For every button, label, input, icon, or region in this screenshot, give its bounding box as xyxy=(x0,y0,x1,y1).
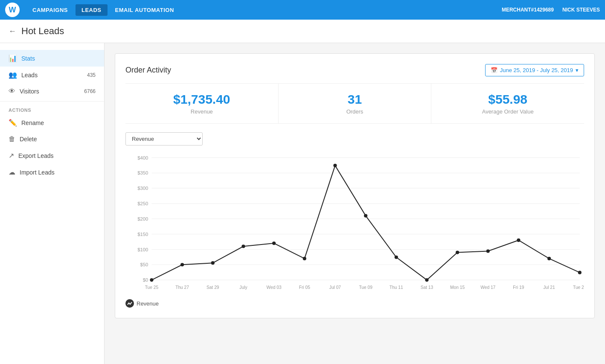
date-range-button[interactable]: 📅 June 25, 2019 - July 25, 2019 ▾ xyxy=(485,64,584,76)
legend-label: Revenue xyxy=(137,300,159,307)
sidebar-item-visitors[interactable]: 👁 Visitors 6766 xyxy=(0,83,104,99)
svg-text:Sat 13: Sat 13 xyxy=(421,285,433,290)
point-7 xyxy=(364,214,367,218)
chart-container: $400 $350 $300 $250 $200 $150 $100 $50 $… xyxy=(125,151,584,296)
svg-text:$350: $350 xyxy=(137,170,148,175)
main-layout: 📊 Stats 👥 Leads 435 👁 Visitors 6766 Acti… xyxy=(0,43,605,364)
point-4 xyxy=(272,242,276,245)
actions-label: Actions xyxy=(0,103,104,114)
revenue-label: Revenue xyxy=(136,108,268,115)
card-header: Order Activity 📅 June 25, 2019 - July 25… xyxy=(125,64,584,76)
chart-legend: Revenue xyxy=(125,299,584,308)
point-13 xyxy=(547,257,551,260)
sidebar-item-rename[interactable]: ✏️ Rename xyxy=(0,114,104,131)
order-activity-card: Order Activity 📅 June 25, 2019 - July 25… xyxy=(115,53,595,318)
svg-text:Mon 15: Mon 15 xyxy=(450,285,465,290)
nav-leads[interactable]: LEADS xyxy=(76,4,108,16)
orders-label: Orders xyxy=(289,108,421,115)
svg-text:$250: $250 xyxy=(137,201,148,206)
stats-row: $1,735.40 Revenue 31 Orders $55.98 Avera… xyxy=(125,83,584,124)
point-12 xyxy=(517,239,520,242)
page-header: ← Hot Leads xyxy=(0,20,605,43)
svg-text:$300: $300 xyxy=(137,186,148,191)
export-label: Export Leads xyxy=(18,152,54,159)
card-title: Order Activity xyxy=(125,66,171,75)
top-nav: W CAMPAIGNS LEADS EMAIL AUTOMATION MERCH… xyxy=(0,0,605,20)
svg-text:$100: $100 xyxy=(137,247,148,252)
svg-text:$400: $400 xyxy=(137,155,148,160)
visitors-icon: 👁 xyxy=(9,87,15,95)
sidebar: 📊 Stats 👥 Leads 435 👁 Visitors 6766 Acti… xyxy=(0,43,105,364)
date-range-text: June 25, 2019 - July 25, 2019 xyxy=(500,67,573,73)
point-1 xyxy=(180,263,184,266)
chart-controls: Revenue Orders Average Order Value xyxy=(125,132,584,146)
sidebar-item-leads[interactable]: 👥 Leads 435 xyxy=(0,67,104,83)
svg-text:Sat 29: Sat 29 xyxy=(207,285,219,290)
point-5 xyxy=(303,257,306,260)
calendar-icon: 📅 xyxy=(491,67,497,73)
chevron-down-icon: ▾ xyxy=(576,67,579,73)
orders-value: 31 xyxy=(289,92,421,107)
sidebar-item-export[interactable]: ↗ Export Leads xyxy=(0,147,104,164)
legend-icon xyxy=(125,299,134,308)
point-6 xyxy=(333,164,337,167)
chart-line xyxy=(151,166,579,280)
visitors-badge: 6766 xyxy=(84,88,96,94)
sidebar-visitors-label: Visitors xyxy=(20,88,39,95)
svg-text:Fri 19: Fri 19 xyxy=(513,285,524,290)
chart-svg: $400 $350 $300 $250 $200 $150 $100 $50 $… xyxy=(125,151,584,296)
svg-text:Tue 25: Tue 25 xyxy=(145,285,159,290)
delete-icon: 🗑 xyxy=(9,135,15,143)
point-3 xyxy=(241,245,245,248)
svg-text:$0: $0 xyxy=(143,277,148,282)
back-button[interactable]: ← xyxy=(9,27,16,36)
point-8 xyxy=(395,256,398,259)
svg-text:Thu 11: Thu 11 xyxy=(390,285,403,290)
nav-campaigns[interactable]: CAMPAIGNS xyxy=(26,4,74,16)
svg-text:$50: $50 xyxy=(140,262,148,267)
import-icon: ☁ xyxy=(9,168,15,176)
chart-metric-select[interactable]: Revenue Orders Average Order Value xyxy=(125,132,203,146)
aov-label: Average Order Value xyxy=(442,108,574,115)
delete-label: Delete xyxy=(20,136,37,143)
rename-label: Rename xyxy=(21,119,44,126)
svg-text:Fri 05: Fri 05 xyxy=(299,285,310,290)
nav-email-automation[interactable]: EMAIL AUTOMATION xyxy=(109,4,180,16)
stat-orders: 31 Orders xyxy=(279,84,432,123)
point-2 xyxy=(211,261,215,265)
sidebar-item-delete[interactable]: 🗑 Delete xyxy=(0,131,104,147)
nav-right: MERCHANT#1429689 NICK STEEVES xyxy=(502,7,600,13)
sidebar-item-stats[interactable]: 📊 Stats xyxy=(0,50,104,67)
logo-text: W xyxy=(9,6,16,15)
stats-icon: 📊 xyxy=(9,54,17,62)
svg-text:Wed 17: Wed 17 xyxy=(480,285,495,290)
nav-items: CAMPAIGNS LEADS EMAIL AUTOMATION xyxy=(26,4,502,16)
point-0 xyxy=(150,278,153,282)
svg-text:Tue 23: Tue 23 xyxy=(573,285,584,290)
rename-icon: ✏️ xyxy=(9,119,17,127)
stat-revenue: $1,735.40 Revenue xyxy=(125,84,279,123)
sidebar-item-import[interactable]: ☁ Import Leads xyxy=(0,164,104,181)
svg-text:Thu 27: Thu 27 xyxy=(175,285,189,290)
point-10 xyxy=(456,251,459,254)
point-11 xyxy=(486,249,490,253)
point-9 xyxy=(425,278,428,282)
aov-value: $55.98 xyxy=(442,92,574,107)
revenue-value: $1,735.40 xyxy=(136,92,268,107)
user-name: NICK STEEVES xyxy=(562,7,600,13)
import-label: Import Leads xyxy=(20,169,55,176)
content-area: Order Activity 📅 June 25, 2019 - July 25… xyxy=(105,43,605,364)
svg-text:Jul 07: Jul 07 xyxy=(329,285,341,290)
svg-text:$200: $200 xyxy=(137,216,148,221)
logo: W xyxy=(5,3,20,17)
svg-text:Wed 03: Wed 03 xyxy=(267,285,282,290)
point-14 xyxy=(578,271,582,274)
svg-text:July: July xyxy=(239,285,247,290)
sidebar-divider xyxy=(0,101,104,102)
leads-icon: 👥 xyxy=(9,71,17,79)
svg-text:$150: $150 xyxy=(137,232,148,237)
sidebar-stats-label: Stats xyxy=(21,55,35,62)
svg-text:Jul 21: Jul 21 xyxy=(543,285,555,290)
leads-badge: 435 xyxy=(87,72,96,78)
export-icon: ↗ xyxy=(9,151,14,160)
